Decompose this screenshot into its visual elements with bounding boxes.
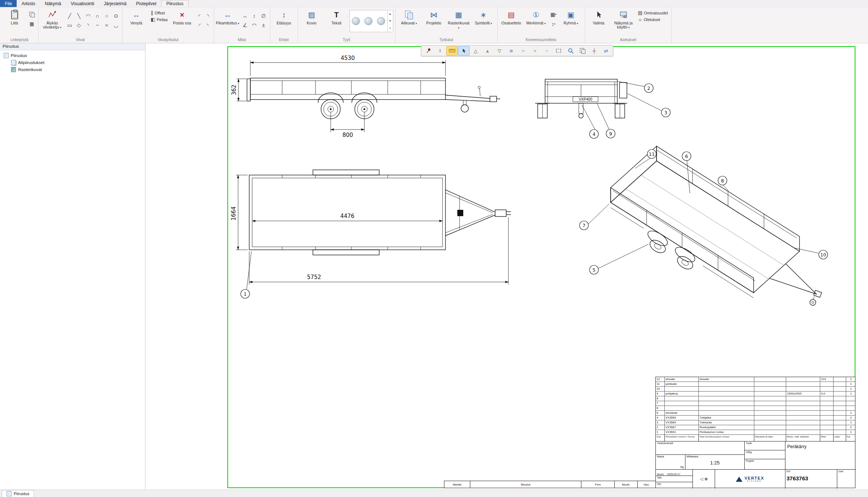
- measure-ruler-icon[interactable]: [446, 46, 458, 56]
- valinta-button[interactable]: Valinta: [587, 8, 611, 36]
- projection-symbol: ◁⊕: [694, 470, 714, 488]
- peilaa-button[interactable]: ◧ Peilaa: [149, 17, 169, 22]
- ellipse-tool-icon[interactable]: ◡: [111, 21, 120, 29]
- layers-active-icon[interactable]: ≋: [505, 46, 517, 56]
- parts-row: 2 VX3567 Runkopalkki 2: [656, 425, 855, 430]
- teksti-button[interactable]: T Teksti: [325, 8, 348, 36]
- menu-tab-visualisointi[interactable]: Visualisointi: [66, 0, 99, 7]
- statusbar-tab-piirustus[interactable]: Piirustus: [2, 490, 34, 497]
- venyta-button[interactable]: ↔ Venytä: [124, 8, 148, 36]
- menu-tab-pistepilvet[interactable]: Pistepilvet: [131, 0, 161, 7]
- ominaisuudet-button[interactable]: ▤ Ominaisuudet: [637, 10, 670, 16]
- selection-box-icon[interactable]: [553, 46, 564, 56]
- polygon-tool-icon[interactable]: ◇: [74, 21, 83, 29]
- menu-tab-piirustus[interactable]: Piirustus: [161, 0, 188, 7]
- polyline-tool-icon[interactable]: ╲: [74, 11, 83, 20]
- title-block: 12 etuvalo etuvalo 219 2 11 perävalo: [655, 377, 855, 488]
- ryhma-button[interactable]: ▣ Ryhmä: [559, 8, 583, 36]
- text-icon: T: [334, 11, 338, 19]
- tree-item-rasterikuvat[interactable]: Rasterikuvat: [1, 66, 144, 73]
- offset-button[interactable]: ∥ Offset: [149, 10, 169, 16]
- nakyma-ja-kaytto-button[interactable]: Näkymä ja käyttö: [612, 8, 635, 36]
- arc-tool-icon[interactable]: ◠: [84, 11, 93, 20]
- pin-icon[interactable]: [423, 46, 434, 56]
- ribbon-group-label: Ehdot: [272, 37, 296, 43]
- arc3-tool-icon[interactable]: ∩: [93, 11, 102, 20]
- menu-tab-arkisto[interactable]: Arkisto: [17, 0, 40, 7]
- layers-icon[interactable]: ≈: [517, 46, 529, 56]
- projektio-button[interactable]: ⋈ Projektio: [422, 8, 446, 36]
- rasterikuvat-button[interactable]: ▦ Rasterikuvat: [447, 8, 471, 36]
- liita-button[interactable]: Liitä: [3, 8, 26, 36]
- rect-tool-icon[interactable]: ▭: [65, 21, 74, 29]
- kuvio-button[interactable]: ▨ Kuvio: [300, 8, 324, 36]
- parts-row: 7: [656, 401, 855, 406]
- scale-value: 1:25: [687, 460, 743, 466]
- chamfer-corner-icon[interactable]: ◟: [204, 19, 213, 27]
- triangle-icon[interactable]: △: [470, 46, 481, 56]
- pikamitoitus-button[interactable]: ↔ Pikamitoitus: [216, 8, 240, 36]
- oletukset-button[interactable]: ☼ Oletukset: [637, 17, 670, 22]
- annotation-table-button[interactable]: ▦▾: [549, 10, 558, 19]
- svg-text:5: 5: [592, 267, 595, 273]
- alikuvat-button[interactable]: Alikuvat: [397, 8, 421, 36]
- select-cursor-icon[interactable]: [458, 46, 470, 56]
- duplicate-view-icon[interactable]: [577, 46, 588, 56]
- drawing-number-label: Ent.: [787, 470, 836, 473]
- menu-tab-file[interactable]: File: [0, 0, 17, 7]
- ribbon-group-label: Leikepöytä: [3, 37, 36, 43]
- swap-arrows-icon[interactable]: ⇄: [600, 46, 612, 56]
- zoom-icon[interactable]: [565, 46, 576, 56]
- drawing-sheet-icon: [7, 491, 11, 496]
- scale-label: Mittakaava: [687, 455, 743, 458]
- selection-cursor-icon: [595, 9, 603, 20]
- snap-axis-icon[interactable]: ┼: [588, 46, 600, 56]
- dim-horizontal-icon[interactable]: ↔: [241, 11, 250, 20]
- shaded-triangle-icon[interactable]: ▲: [482, 46, 493, 56]
- edit-dimension-icon[interactable]: I: [434, 46, 446, 56]
- parts-row: 9 pohjalevy 1500x2000 4,0 1: [656, 392, 855, 396]
- freehand-tool-icon[interactable]: ≈: [102, 21, 111, 29]
- circle-tool-icon[interactable]: ○: [102, 11, 111, 20]
- menu-tab-nakyma[interactable]: Näkymä: [40, 0, 66, 7]
- paste-special-button[interactable]: ▦: [27, 20, 36, 28]
- surface-wave-icon[interactable]: ≈: [529, 46, 541, 56]
- dim-radius-icon[interactable]: ◠: [250, 21, 259, 29]
- drawing-canvas-area[interactable]: 4530: [146, 43, 868, 490]
- merkinnat-button[interactable]: ① Merkinnät: [524, 8, 548, 36]
- line-tool-icon[interactable]: ╱: [65, 11, 74, 20]
- style-swatch-1[interactable]: [352, 17, 360, 25]
- dim-tolerance-icon[interactable]: ±: [259, 21, 268, 29]
- menu-tab-jarjestelma[interactable]: Järjestelmä: [99, 0, 131, 7]
- poista-osa-button[interactable]: × Poista osa: [170, 8, 194, 36]
- dim-1664: 1664: [230, 206, 237, 221]
- etaisyys-button[interactable]: ↕ Etäisyys: [272, 8, 296, 36]
- gallery-scroll-up-button[interactable]: ▲: [388, 10, 393, 17]
- ribbon-group-koneensuunnittelu: ▤ Osaluettelo ① Merkinnät ▦▾ ↕▾ ▣ Ryhmä …: [498, 7, 585, 43]
- annotation-sort-button[interactable]: ↕▾: [549, 20, 558, 28]
- tree-root-piirustus[interactable]: Piirustus: [1, 52, 144, 59]
- filter-icon[interactable]: ▽: [494, 46, 505, 56]
- copy-button[interactable]: [27, 10, 36, 19]
- revision-muutt: Muutt.: [615, 481, 638, 488]
- dim-diameter-icon[interactable]: ∅: [259, 11, 268, 20]
- osaluettelo-button[interactable]: ▤ Osaluettelo: [500, 8, 523, 36]
- alykas-viivaketju-button[interactable]: Älykäs viivaketju: [40, 8, 64, 36]
- stretch-icon: ↔: [133, 11, 140, 19]
- dim-angle-icon[interactable]: ∠: [241, 21, 250, 29]
- gallery-scroll-down-button[interactable]: ▼: [388, 17, 393, 24]
- dim-vertical-icon[interactable]: ↕: [250, 11, 259, 20]
- tree-item-alipiirustukset[interactable]: Alipiirustukset: [1, 59, 144, 66]
- fillet-corner-icon[interactable]: ◞: [195, 19, 204, 27]
- gallery-more-button[interactable]: ≡: [388, 25, 393, 32]
- mirror-icon: ◧: [151, 17, 155, 22]
- spline-tool-icon[interactable]: ~: [93, 21, 102, 29]
- curve-icon[interactable]: ~: [541, 46, 552, 56]
- circle-center-tool-icon[interactable]: ⊙: [111, 11, 120, 20]
- style-swatch-3[interactable]: [377, 17, 385, 25]
- symbolit-button[interactable]: ∗ Symbolit: [472, 8, 495, 36]
- rear-view: VXP400 2 3: [535, 79, 670, 138]
- fillet-tool-icon[interactable]: ◝: [84, 21, 93, 29]
- drawing-sheet-icon: [4, 53, 9, 58]
- style-swatch-2[interactable]: [364, 17, 373, 25]
